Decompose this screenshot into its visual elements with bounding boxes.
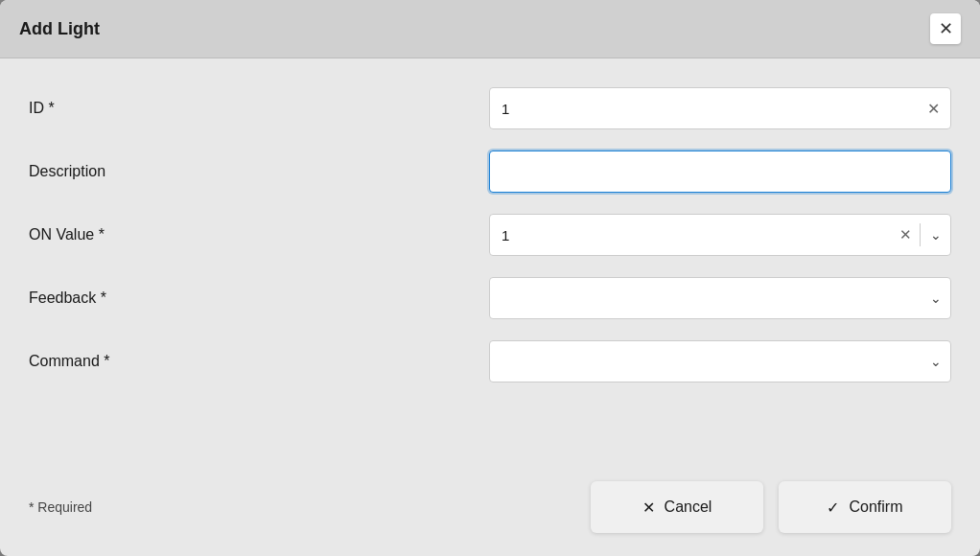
id-label: ID *: [29, 100, 489, 117]
on-value-input-wrapper: ✕ ⌄: [489, 214, 951, 256]
add-light-dialog: Add Light ✕ ID * ✕ Description ON Value …: [0, 0, 980, 556]
id-clear-button[interactable]: ✕: [925, 98, 942, 120]
command-select[interactable]: [489, 340, 951, 382]
dialog-footer: * Required ✕ Cancel ✓ Confirm: [0, 466, 980, 556]
feedback-select-wrapper: ⌄: [489, 277, 951, 319]
cancel-button[interactable]: ✕ Cancel: [591, 481, 763, 533]
command-select-wrapper: ⌄: [489, 340, 951, 382]
confirm-button[interactable]: ✓ Confirm: [779, 481, 951, 533]
confirm-icon: ✓: [827, 498, 839, 517]
id-input[interactable]: [489, 87, 951, 129]
close-button[interactable]: ✕: [930, 13, 961, 44]
dialog-header: Add Light ✕: [0, 0, 980, 58]
confirm-label: Confirm: [849, 498, 902, 516]
on-value-chevron-icon: ⌄: [930, 227, 942, 243]
on-value-row: ON Value * ✕ ⌄: [29, 214, 951, 256]
description-input[interactable]: [489, 151, 951, 193]
id-clear-icon: ✕: [927, 100, 940, 118]
dialog-body: ID * ✕ Description ON Value * ✕: [0, 58, 980, 466]
command-label: Command *: [29, 353, 489, 370]
feedback-select[interactable]: [489, 277, 951, 319]
on-value-clear-icon: ✕: [899, 226, 912, 243]
on-value-dropdown-button[interactable]: ⌄: [921, 227, 951, 243]
on-value-clear-button[interactable]: ✕: [892, 226, 920, 243]
command-row: Command * ⌄: [29, 340, 951, 382]
on-value-input[interactable]: [489, 214, 951, 256]
dialog-title: Add Light: [19, 19, 100, 39]
cancel-icon: ✕: [642, 498, 655, 517]
close-icon: ✕: [939, 18, 953, 39]
feedback-row: Feedback * ⌄: [29, 277, 951, 319]
footer-buttons: ✕ Cancel ✓ Confirm: [591, 481, 951, 533]
required-note: * Required: [29, 499, 92, 515]
id-row: ID * ✕: [29, 87, 951, 129]
cancel-label: Cancel: [665, 498, 712, 516]
on-value-label: ON Value *: [29, 226, 489, 243]
feedback-label: Feedback *: [29, 290, 489, 307]
id-input-wrapper: ✕: [489, 87, 951, 129]
on-value-actions: ✕ ⌄: [892, 214, 951, 256]
description-row: Description: [29, 151, 951, 193]
description-label: Description: [29, 163, 489, 180]
